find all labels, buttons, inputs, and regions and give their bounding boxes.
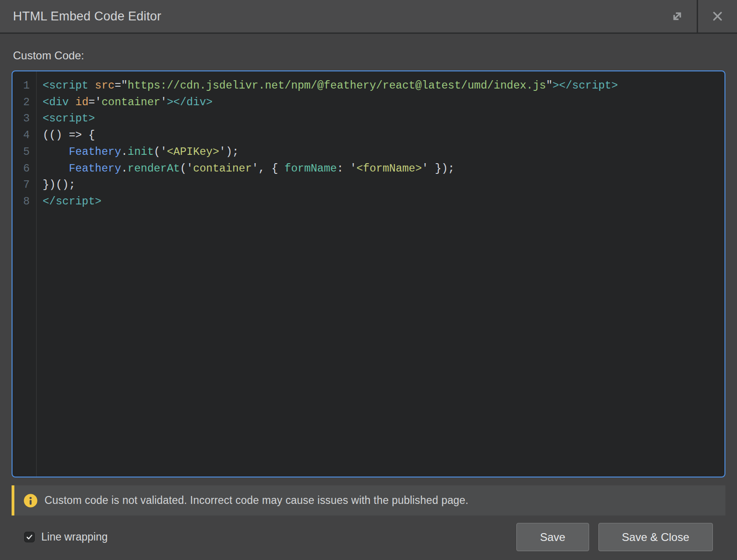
code-line[interactable]: </script> xyxy=(43,193,724,210)
line-number: 4 xyxy=(13,127,36,144)
line-wrapping-checkbox[interactable]: Line wrapping xyxy=(24,531,108,543)
banner-message: Custom code is not validated. Incorrect … xyxy=(44,494,469,507)
code-line[interactable]: <script> xyxy=(43,110,724,127)
info-icon xyxy=(24,494,38,508)
dialog-footer: Line wrapping Save Save & Close xyxy=(12,523,725,551)
checkbox-checked-icon[interactable] xyxy=(24,532,35,542)
line-number-gutter: 12345678 xyxy=(13,71,37,477)
code-line[interactable]: <div id='container'></div> xyxy=(43,94,724,111)
close-button[interactable] xyxy=(698,0,737,32)
code-line[interactable]: <script src="https://cdn.jsdelivr.net/np… xyxy=(43,77,724,94)
code-lines[interactable]: <script src="https://cdn.jsdelivr.net/np… xyxy=(37,71,724,477)
html-embed-code-editor-dialog: HTML Embed Code Editor Custom Code: 1234… xyxy=(0,0,737,551)
code-line[interactable]: })(); xyxy=(43,177,724,193)
dialog-header: HTML Embed Code Editor xyxy=(0,0,737,34)
code-line[interactable]: (() => { xyxy=(43,127,724,144)
line-number: 1 xyxy=(13,77,36,94)
line-number: 3 xyxy=(13,110,36,127)
close-icon xyxy=(710,8,725,24)
dialog-title: HTML Embed Code Editor xyxy=(0,9,658,24)
expand-button[interactable] xyxy=(658,0,697,32)
line-number: 2 xyxy=(13,94,36,111)
line-wrapping-label: Line wrapping xyxy=(41,531,108,543)
footer-buttons: Save Save & Close xyxy=(516,523,713,551)
save-close-button[interactable]: Save & Close xyxy=(598,523,713,551)
line-number: 8 xyxy=(13,193,36,210)
code-line[interactable]: Feathery.init('<APIKey>'); xyxy=(43,144,724,160)
expand-icon xyxy=(669,8,686,25)
save-button[interactable]: Save xyxy=(516,523,589,551)
code-editor[interactable]: 12345678 <script src="https://cdn.jsdeli… xyxy=(12,70,725,477)
line-number: 5 xyxy=(13,144,36,160)
dialog-body: Custom Code: 12345678 <script src="https… xyxy=(0,49,737,551)
code-line[interactable]: Feathery.renderAt('container', { formNam… xyxy=(43,160,724,177)
line-number: 7 xyxy=(13,177,36,193)
line-number: 6 xyxy=(13,160,36,177)
custom-code-label: Custom Code: xyxy=(13,49,724,62)
warning-banner: Custom code is not validated. Incorrect … xyxy=(12,485,725,515)
